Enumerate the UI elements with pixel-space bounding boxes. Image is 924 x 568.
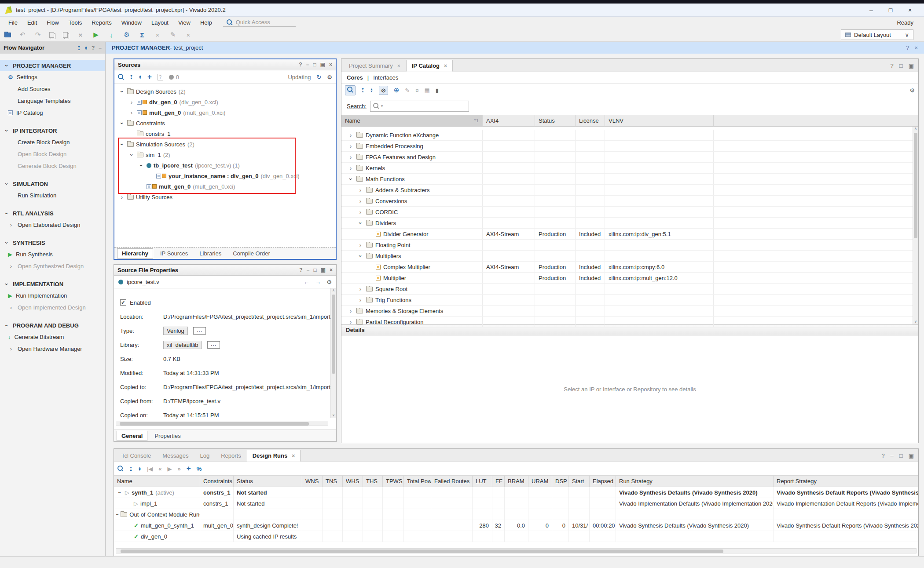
horizontal-scrollbar[interactable] — [116, 421, 328, 426]
chevron-expanded-icon[interactable]: › — [4, 240, 10, 246]
maximize-icon[interactable]: □ — [313, 267, 316, 273]
column-header-bram[interactable]: BRAM — [505, 476, 528, 487]
menu-layout[interactable]: Layout — [147, 18, 173, 27]
column-header-name[interactable]: Name — [114, 476, 200, 487]
tab-compile-order[interactable]: Compile Order — [228, 249, 275, 258]
chevron-collapsed-icon[interactable]: › — [348, 132, 354, 138]
flow-section-header-4[interactable]: ›SYNTHESIS — [0, 237, 105, 248]
tab-project-summary[interactable]: Project Summary× — [343, 60, 406, 72]
prop-value-editor[interactable]: xil_defaultlib — [163, 341, 202, 349]
chevron-collapsed-icon[interactable]: › — [348, 319, 354, 325]
chevron-collapsed-icon[interactable]: › — [348, 165, 354, 171]
forward-arrow-icon[interactable]: → — [315, 279, 321, 285]
chevron-expanded-icon[interactable]: › — [4, 62, 10, 69]
column-header-uram[interactable]: URAM — [528, 476, 552, 487]
help-icon[interactable]: ? — [891, 62, 894, 69]
subtab-cores[interactable]: Cores — [347, 74, 363, 81]
step-first-icon[interactable]: |◀ — [147, 466, 153, 472]
chevron-collapsed-icon[interactable]: › — [357, 297, 363, 303]
gear-icon[interactable]: ⚙ — [327, 74, 332, 80]
tree-row-tb-ipcore-test[interactable]: ›tb_ipcore_test (ipcore_test.v) (1) — [114, 160, 336, 171]
flow-item-open-implemented-design[interactable]: ›Open Implemented Design — [0, 302, 105, 313]
layout-selector[interactable]: Default Layout ∨ — [841, 29, 913, 40]
maximize-icon[interactable]: □ — [899, 62, 903, 69]
vertical-scrollbar[interactable]: ∧∨ — [913, 127, 918, 324]
tab-ip-sources[interactable]: IP Sources — [156, 249, 192, 258]
close-button[interactable]: × — [900, 7, 920, 14]
run-row-out-of-context-module-runs[interactable]: ›Out-of-Context Module Runs — [114, 509, 918, 520]
chevron-expanded-icon[interactable]: › — [138, 162, 145, 168]
chevron-expanded-icon[interactable]: › — [4, 281, 10, 287]
tree-row-constrs-1[interactable]: constrs_1 — [114, 128, 336, 139]
flow-item-open-block-design[interactable]: Open Block Design — [0, 148, 105, 160]
ip-row-trig-functions[interactable]: ›Trig Functions — [341, 295, 918, 306]
chevron-collapsed-icon[interactable]: › — [128, 109, 135, 116]
menu-window[interactable]: Window — [117, 18, 147, 27]
column-header-name[interactable]: Name^1 — [341, 115, 483, 126]
column-header-status[interactable]: Status — [234, 476, 302, 487]
expand-all-icon[interactable]: ▲ ▼ — [139, 75, 142, 79]
flow-item-generate-bitstream[interactable]: ↓Generate Bitstream — [0, 331, 105, 343]
quick-access-input[interactable]: Quick Access — [223, 18, 296, 27]
step-forward-icon[interactable]: » — [177, 466, 180, 472]
subtab-interfaces[interactable]: Interfaces — [373, 74, 398, 81]
close-icon[interactable]: × — [329, 62, 332, 68]
run-row-synth-1[interactable]: ›▷synth_1 (active)constrs_1Not startedVi… — [114, 487, 918, 498]
minimize-icon[interactable]: – — [307, 267, 310, 273]
prop-value-editor[interactable]: Verilog — [163, 327, 188, 335]
chevron-collapsed-icon[interactable]: › — [357, 242, 363, 248]
run-row-div-gen-0[interactable]: ✓div_gen_0Using cached IP results — [114, 531, 918, 542]
column-header-ff[interactable]: FF — [492, 476, 505, 487]
minimize-icon[interactable]: – — [306, 62, 309, 68]
column-header-status[interactable]: Status — [535, 115, 576, 126]
ip-row-memories-storage-elements[interactable]: ›Memories & Storage Elements — [341, 306, 918, 317]
ip-row-embedded-processing[interactable]: ›Embedded Processing — [341, 141, 918, 152]
tab-messages[interactable]: Messages — [157, 450, 194, 462]
float-icon[interactable]: ▣ — [909, 452, 914, 459]
ip-row-multipliers[interactable]: ›Multipliers — [341, 251, 918, 262]
flow-item-generate-block-design[interactable]: Generate Block Design — [0, 160, 105, 172]
flow-item-settings[interactable]: ⚙Settings — [0, 71, 105, 83]
ip-row-multiplier[interactable]: MultiplierProductionIncludedxilinx.com:i… — [341, 273, 918, 284]
ip-row-complex-multiplier[interactable]: Complex MultiplierAXI4-StreamProductionI… — [341, 262, 918, 273]
help-icon[interactable]: ? — [906, 44, 909, 51]
add-sources-icon[interactable]: + — [147, 73, 152, 81]
chevron-expanded-icon[interactable]: › — [4, 127, 10, 134]
ip-row-floating-point[interactable]: ›Floating Point — [341, 240, 918, 251]
settings-gear-icon[interactable]: ⚙ — [123, 31, 131, 39]
license-key-icon[interactable]: ¤ — [415, 87, 418, 94]
column-header-whs[interactable]: WHS — [343, 476, 363, 487]
tree-row-utility-sources[interactable]: ›Utility Sources — [114, 192, 336, 202]
help-icon[interactable]: ? — [881, 452, 884, 459]
minimize-panel-icon[interactable]: – — [99, 45, 102, 51]
step-back-icon[interactable]: « — [158, 466, 161, 472]
flow-item-open-synthesized-design[interactable]: ›Open Synthesized Design — [0, 260, 105, 272]
collapse-all-icon[interactable]: ▼ ▲ — [361, 88, 364, 92]
close-icon[interactable]: × — [330, 267, 333, 273]
chevron-collapsed-icon[interactable]: › — [348, 154, 354, 160]
column-header-elapsed[interactable]: Elapsed — [590, 476, 616, 487]
menu-help[interactable]: Help — [195, 18, 217, 27]
chevron-collapsed-icon[interactable]: › — [8, 263, 14, 269]
flow-section-header-1[interactable]: ›IP INTEGRATOR — [0, 125, 105, 136]
chevron-expanded-icon[interactable]: › — [357, 220, 364, 226]
abort-icon[interactable]: × — [154, 31, 161, 39]
flow-item-create-block-design[interactable]: Create Block Design — [0, 136, 105, 148]
run-icon[interactable]: ▶ — [92, 31, 100, 39]
flow-item-language-templates[interactable]: Language Templates — [0, 95, 105, 107]
ip-row-fpga-features-and-design[interactable]: ›FPGA Features and Design — [341, 152, 918, 163]
chevron-expanded-icon[interactable]: › — [357, 253, 364, 259]
flow-item-ip-catalog[interactable]: IP Catalog — [0, 107, 105, 119]
chevron-collapsed-icon[interactable]: › — [128, 99, 135, 106]
refresh-icon[interactable]: ↻ — [316, 74, 321, 80]
ip-row-divider-generator[interactable]: Divider GeneratorAXI4-StreamProductionIn… — [341, 229, 918, 240]
column-header-dsp[interactable]: DSP — [552, 476, 569, 487]
chevron-expanded-icon[interactable]: › — [4, 181, 10, 187]
chevron-collapsed-icon[interactable]: › — [119, 194, 125, 200]
float-icon[interactable]: ▣ — [321, 267, 326, 273]
collapse-all-icon[interactable]: ▼ ▲ — [129, 466, 132, 471]
menu-edit[interactable]: Edit — [22, 18, 42, 27]
ellipsis-button[interactable]: ··· — [193, 327, 206, 335]
close-tab-icon[interactable]: × — [444, 63, 447, 69]
tree-row-sim-1[interactable]: ›sim_1 (2) — [114, 149, 336, 160]
